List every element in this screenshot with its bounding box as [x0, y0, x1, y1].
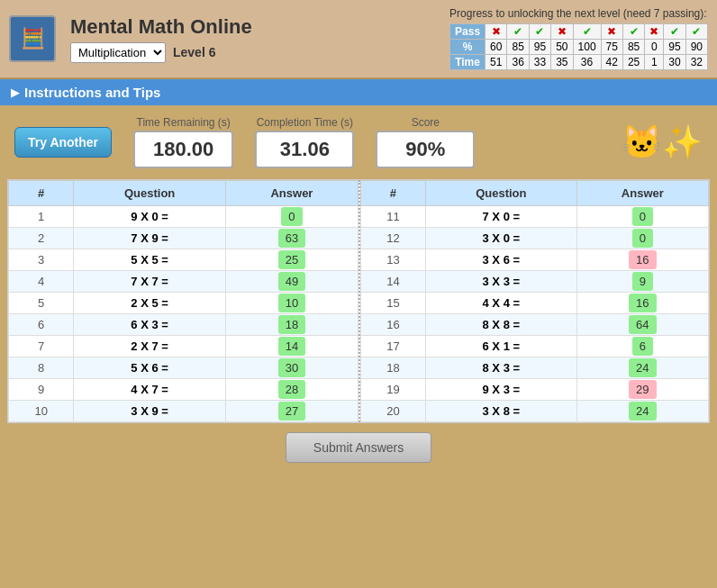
question-text: 7 X 0 = [425, 206, 576, 228]
subject-level: Multiplication Level 6 [70, 42, 252, 63]
pass-yes-icon: ✔ [630, 25, 639, 38]
answer-cell[interactable]: 6 [576, 336, 708, 357]
top-bar: 🧮 Mental Math Online Multiplication Leve… [0, 0, 717, 79]
progress-pct-9: 90 [685, 40, 707, 55]
question-text: 9 X 3 = [425, 379, 576, 401]
right-question-table: # Question Answer 11 7 X 0 = 0 12 3 X 0 … [360, 180, 709, 422]
row-number: 6 [9, 314, 74, 336]
answer-value: 63 [278, 229, 305, 248]
question-text: 6 X 3 = [74, 314, 226, 336]
question-text: 3 X 8 = [425, 401, 576, 422]
table-row: 13 3 X 6 = 16 [361, 249, 709, 271]
row-number: 1 [9, 206, 74, 228]
answer-cell[interactable]: 27 [225, 401, 358, 422]
answer-cell[interactable]: 30 [225, 357, 358, 379]
row-number: 2 [9, 228, 74, 249]
answer-cell[interactable]: 16 [576, 293, 708, 314]
subject-select[interactable]: Multiplication [70, 42, 166, 63]
progress-area: Progress to unlocking the next level (ne… [449, 7, 708, 70]
answer-value: 25 [278, 250, 305, 269]
progress-table: Pass ✖✔✔✖✔✖✔✖✔✔ % 60859550100758509590 T… [449, 23, 708, 70]
try-another-button[interactable]: Try Another [14, 127, 112, 158]
answer-value: 18 [278, 315, 305, 334]
progress-pct-8: 95 [664, 40, 685, 55]
row-number: 17 [361, 336, 426, 357]
row-number: 11 [361, 206, 426, 228]
answer-cell[interactable]: 9 [576, 271, 708, 293]
answer-value: 10 [278, 294, 305, 312]
answer-cell[interactable]: 0 [576, 228, 708, 249]
answer-cell[interactable]: 29 [576, 379, 708, 401]
answer-cell[interactable]: 28 [225, 379, 358, 401]
time-remaining-value: 180.00 [133, 131, 233, 168]
row-number: 7 [9, 336, 74, 357]
level-label: Level 6 [173, 45, 215, 59]
answer-cell[interactable]: 63 [225, 228, 358, 249]
answer-value: 24 [629, 402, 656, 421]
progress-time-1: 36 [507, 55, 529, 70]
row-number: 9 [9, 379, 74, 401]
table-row: 20 3 X 8 = 24 [361, 401, 709, 422]
right-header-num: # [361, 181, 426, 206]
answer-cell[interactable]: 64 [576, 314, 708, 336]
table-row: 16 8 X 8 = 64 [361, 314, 709, 336]
progress-pass-3: ✖ [551, 24, 573, 40]
pass-yes-icon: ✔ [513, 25, 522, 38]
stats-row: Try Another Time Remaining (s) 180.00 Co… [0, 105, 717, 179]
answer-value: 9 [632, 272, 653, 291]
row-number: 13 [361, 249, 426, 271]
left-question-table: # Question Answer 1 9 X 0 = 0 2 7 X 9 = … [8, 180, 358, 422]
table-row: 9 4 X 7 = 28 [9, 379, 358, 401]
row-number: 8 [9, 357, 74, 379]
question-text: 5 X 5 = [74, 249, 226, 271]
answer-cell[interactable]: 24 [576, 401, 708, 422]
progress-pass-1: ✔ [507, 24, 529, 40]
score-group: Score 90% [376, 116, 475, 168]
question-text: 5 X 6 = [74, 357, 226, 379]
progress-pct-3: 50 [551, 40, 573, 55]
answer-cell[interactable]: 18 [225, 314, 358, 336]
progress-pass-7: ✖ [645, 24, 664, 40]
answer-value: 24 [629, 358, 656, 377]
answer-value: 29 [629, 380, 656, 399]
question-text: 7 X 7 = [74, 271, 226, 293]
question-text: 3 X 3 = [425, 271, 576, 293]
answer-value: 6 [632, 337, 653, 356]
instructions-label: Instructions and Tips [24, 85, 160, 100]
instructions-bar[interactable]: ▶ Instructions and Tips [0, 79, 717, 105]
completion-label: Completion Time (s) [257, 116, 353, 129]
answer-cell[interactable]: 0 [225, 206, 358, 228]
progress-pass-6: ✔ [622, 24, 644, 40]
question-text: 7 X 9 = [74, 228, 226, 249]
logo-icon: 🧮 [21, 27, 45, 50]
table-row: 14 3 X 3 = 9 [361, 271, 709, 293]
progress-pct-4: 100 [573, 40, 601, 55]
answer-cell[interactable]: 16 [576, 249, 708, 271]
progress-time-5: 42 [601, 55, 622, 70]
question-text: 4 X 4 = [425, 293, 576, 314]
answer-value: 0 [632, 207, 653, 226]
question-text: 2 X 7 = [74, 336, 226, 357]
row-number: 15 [361, 293, 426, 314]
answer-cell[interactable]: 10 [225, 293, 358, 314]
answer-cell[interactable]: 24 [576, 357, 708, 379]
pass-no-icon: ✖ [607, 25, 616, 38]
answer-cell[interactable]: 14 [225, 336, 358, 357]
row-number: 12 [361, 228, 426, 249]
submit-button[interactable]: Submit Answers [286, 432, 431, 463]
answer-cell[interactable]: 25 [225, 249, 358, 271]
instructions-arrow: ▶ [11, 86, 19, 99]
answer-value: 14 [278, 337, 305, 356]
time-label: Time [450, 55, 486, 70]
answer-cell[interactable]: 49 [225, 271, 358, 293]
answer-value: 16 [629, 250, 656, 269]
table-row: 6 6 X 3 = 18 [9, 314, 358, 336]
app-title-area: Mental Math Online Multiplication Level … [70, 15, 252, 63]
left-table-half: # Question Answer 1 9 X 0 = 0 2 7 X 9 = … [8, 180, 358, 422]
progress-time-0: 51 [486, 55, 507, 70]
answer-cell[interactable]: 0 [576, 206, 708, 228]
progress-pass-0: ✖ [486, 24, 507, 40]
right-header-question: Question [425, 181, 576, 206]
question-text: 8 X 8 = [425, 314, 576, 336]
row-number: 16 [361, 314, 426, 336]
